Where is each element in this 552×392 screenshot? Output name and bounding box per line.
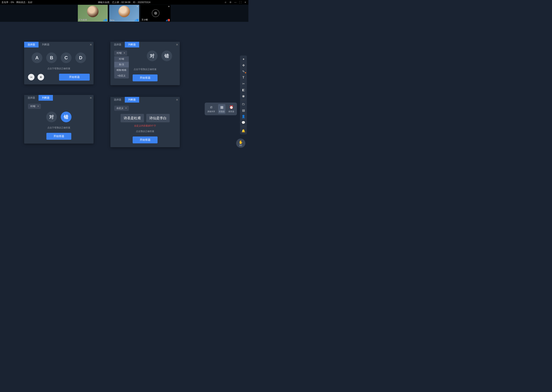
start-answer-button[interactable]: 开始答题 [133,136,158,143]
start-answer-button[interactable]: 开始答题 [133,74,158,81]
teaching-tools-floatbar: ⎚ 屏幕共享 ▦ 答题器 ⏰ 抢答器 [205,103,237,115]
judge-type-dropdown[interactable]: 对/错 [28,104,41,109]
custom-option-b[interactable]: 诗仙是李白 [146,114,170,122]
question-panel-custom: 选择题 判断题 ✕ 自定义 诗圣是杜甫 诗仙是李白 自定义内容最多5个字 点击预… [110,97,180,147]
class-id-label: ID：2020070324 [133,1,151,4]
option-false[interactable]: 错 [61,112,72,122]
signal-icon [166,19,167,21]
question-panel-choice: 选择题 判断题 ✕ A B C D 点击字母预设正确答案 − + 开始答题 [24,42,94,84]
folder-tool-icon[interactable]: 🗀 [240,102,246,107]
option-c[interactable]: C [61,52,72,63]
pen-tool-icon[interactable]: ✎ [240,69,246,74]
preset-hint: 点击预设正确答案 [114,130,176,133]
camera-off-icon [152,9,160,17]
dropdown-item[interactable]: +自定义 [114,73,129,78]
toolbar-separator [241,100,246,100]
close-icon[interactable]: ✕ [176,98,178,102]
answer-tool-icon: ▦ [219,105,224,110]
custom-option-a[interactable]: 诗圣是杜甫 [121,114,144,122]
tab-choice[interactable]: 选择题 [110,42,125,48]
eraser-tool-icon[interactable]: ◧ [240,87,246,92]
close-icon[interactable]: ✕ [176,43,178,47]
minimize-icon[interactable]: — [234,1,237,4]
hand-icon: ✋ [239,140,243,144]
video-participants-bar: 叮当老师 ✕ Nina ✕ 王小明 [0,5,248,22]
option-true[interactable]: 对 [147,50,158,61]
fullscreen-icon[interactable]: ⛶ [239,1,242,4]
video-tile-student2[interactable]: ✕ 王小明 [141,5,171,22]
remove-option-button[interactable]: − [28,74,35,80]
tab-judge[interactable]: 判断题 [38,95,53,101]
dropdown-item[interactable]: 精致/粗糙 [114,67,129,73]
network-status-label: 网络状态：良好 [16,1,32,4]
start-answer-button[interactable]: 开始答题 [59,74,90,81]
option-d[interactable]: D [75,52,86,63]
toolbar-separator [241,126,246,127]
video-name: Nina [110,19,114,21]
mic-muted-icon [168,19,170,21]
judge-type-dropdown[interactable]: 自定义 [114,106,129,111]
signal-icon [103,19,105,21]
tab-choice[interactable]: 选择题 [110,97,125,103]
option-b[interactable]: B [46,52,57,63]
custom-limit-warning: 自定义内容最多5个字 [114,124,176,127]
buzzer-tool-icon: ⏰ [229,105,234,110]
tab-choice[interactable]: 选择题 [24,42,38,48]
dropdown-item[interactable]: 美/丑 [114,62,129,67]
right-tools-toolbar: ✦ ✥ ✎ T ✂ ◧ ◉ 🗀 ▤ 👤 💬 🔔 [240,56,247,134]
raise-hand-button[interactable]: ✋ 0/2 [236,139,245,148]
scissors-tool-icon[interactable]: ✂ [240,81,246,86]
chat-tool-icon[interactable]: 💬 [240,120,246,125]
preset-hint: 点击字母预设正确答案 [28,126,90,129]
tab-judge[interactable]: 判断题 [38,42,53,48]
packet-loss-label: 丢包率：0% [1,1,14,4]
settings-gear-icon[interactable]: ⚙ [229,1,232,4]
preset-hint: 点击字母预设正确答案 [28,67,90,70]
close-icon[interactable]: ✕ [137,5,138,8]
video-name: 叮当老师 [79,18,87,21]
dropdown-menu: 对/错 美/丑 精致/粗糙 +自定义 [114,56,129,78]
answer-tool-button[interactable]: ▦ 答题器 [218,104,225,114]
buzzer-tool-button[interactable]: ⏰ 抢答器 [228,104,235,114]
top-status-bar: 丢包率：0% 网络状态：良好 神秘大自然 已上课：02:34:09 ID：202… [0,0,248,5]
course-title: 神秘大自然 [98,1,109,4]
video-name: 王小明 [141,18,148,21]
screen-share-icon: ⎚ [209,105,213,110]
user-tool-icon[interactable]: 👤 [240,114,246,119]
option-true[interactable]: 对 [46,112,57,122]
hand-count: 0/2 [240,144,242,147]
close-icon[interactable]: ✕ [89,43,92,47]
tab-judge[interactable]: 判断题 [125,42,139,48]
camera-toggle-icon[interactable]: ⎚ [224,1,227,4]
video-tile-teacher[interactable]: 叮当老师 [78,5,108,22]
signal-icon [135,19,136,21]
screen-share-button[interactable]: ⎚ 屏幕共享 [207,104,216,114]
text-tool-icon[interactable]: T [240,75,246,80]
question-panel-judge-dropdown: 选择题 判断题 ✕ 对/错 对/错 美/丑 精致/粗糙 +自定义 对 错 [110,42,180,85]
add-option-button[interactable]: + [37,74,44,80]
judge-type-dropdown[interactable]: 对/错 对/错 美/丑 精致/粗糙 +自定义 [114,50,127,56]
close-icon[interactable]: ✕ [168,5,170,8]
bell-tool-icon[interactable]: 🔔 [240,128,246,133]
question-panel-judge-selected: 选择题 判断题 ✕ 对/错 对 错 点击字母预设正确答案 开始答题 [24,95,94,144]
video-tile-student1[interactable]: ✕ Nina [109,5,139,22]
tab-choice[interactable]: 选择题 [24,95,38,101]
move-tool-icon[interactable]: ✥ [240,63,246,68]
materials-tool-icon[interactable]: ▤ [240,108,246,113]
tab-judge[interactable]: 判断题 [125,97,139,103]
close-window-icon[interactable]: ✕ [244,1,247,4]
pointer-tool-icon[interactable]: ✦ [240,57,246,62]
start-answer-button[interactable]: 开始答题 [46,133,71,140]
mic-icon [137,19,138,21]
class-time-label: 已上课：02:34:09 [112,1,130,4]
dropdown-item[interactable]: 对/错 [114,56,129,62]
mic-icon [105,19,107,21]
option-a[interactable]: A [32,52,42,63]
close-icon[interactable]: ✕ [89,96,92,100]
option-false[interactable]: 错 [161,50,172,61]
laser-tool-icon[interactable]: ◉ [240,93,246,98]
